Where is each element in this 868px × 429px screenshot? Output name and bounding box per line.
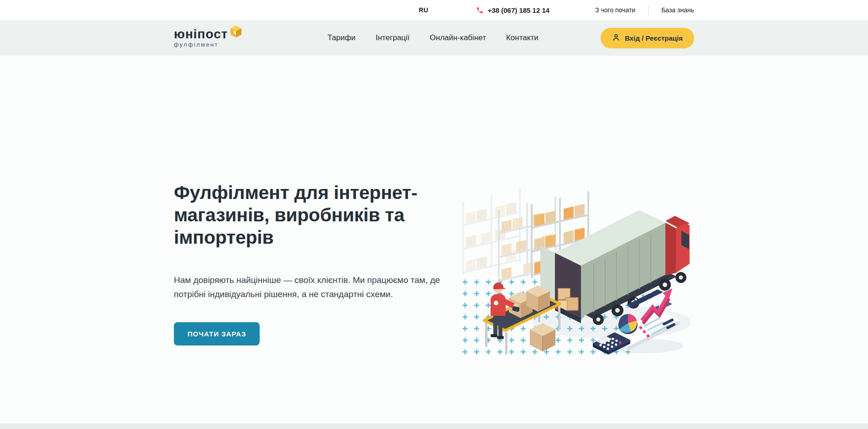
topbar-inner: RU +38 (067) 185 12 14 З чого почати Баз…: [174, 0, 694, 20]
delivery-truck: [540, 210, 690, 325]
logo-text: юніпост фулфілмент: [174, 28, 228, 48]
hero-section: Фулфілмент для інтернет-магазинів, вироб…: [0, 56, 868, 424]
link-knowledge-base[interactable]: База знань: [661, 6, 694, 14]
hero-copy: Фулфілмент для інтернет-магазинів, вироб…: [174, 182, 489, 345]
login-register-button[interactable]: Вхід / Реєстрація: [601, 28, 694, 48]
nav-item-integrations[interactable]: Інтеграції: [376, 33, 410, 42]
logo[interactable]: юніпост фулфілмент: [174, 28, 242, 48]
language-toggle[interactable]: RU: [419, 6, 429, 14]
nav-item-tariffs[interactable]: Тарифи: [328, 33, 356, 42]
header-inner: юніпост фулфілмент Тарифи Інтеграції О: [174, 20, 694, 56]
phone-number: +38 (067) 185 12 14: [488, 6, 550, 14]
topbar: RU +38 (067) 185 12 14 З чого почати Баз…: [0, 0, 868, 20]
logo-name: юніпост: [174, 28, 228, 41]
user-icon: [612, 33, 620, 43]
start-now-button[interactable]: ПОЧАТИ ЗАРАЗ: [174, 322, 260, 345]
link-how-to-start[interactable]: З чого почати: [595, 6, 635, 14]
logo-tagline: фулфілмент: [174, 42, 228, 48]
next-section-edge: [0, 424, 868, 429]
hero-illustration: [461, 185, 690, 360]
landing-page: RU +38 (067) 185 12 14 З чого почати Баз…: [0, 0, 868, 429]
nav-item-online-cabinet[interactable]: Онлайн-кабінет: [430, 33, 486, 42]
hero-title: Фулфілмент для інтернет-магазинів, вироб…: [174, 182, 489, 249]
hero-inner: Фулфілмент для інтернет-магазинів, вироб…: [174, 56, 694, 424]
cube-logo-icon: [230, 25, 242, 40]
header: юніпост фулфілмент Тарифи Інтеграції О: [0, 20, 868, 56]
topbar-divider: [648, 5, 648, 15]
phone-icon: [476, 6, 484, 14]
main-nav: Тарифи Інтеграції Онлайн-кабінет Контакт…: [328, 33, 539, 42]
hero-subtitle: Нам довіряють найцінніше — своїх клієнті…: [174, 273, 443, 302]
nav-item-contacts[interactable]: Контакти: [506, 33, 539, 42]
login-register-label: Вхід / Реєстрація: [625, 34, 683, 42]
phone-link[interactable]: +38 (067) 185 12 14: [476, 6, 550, 14]
